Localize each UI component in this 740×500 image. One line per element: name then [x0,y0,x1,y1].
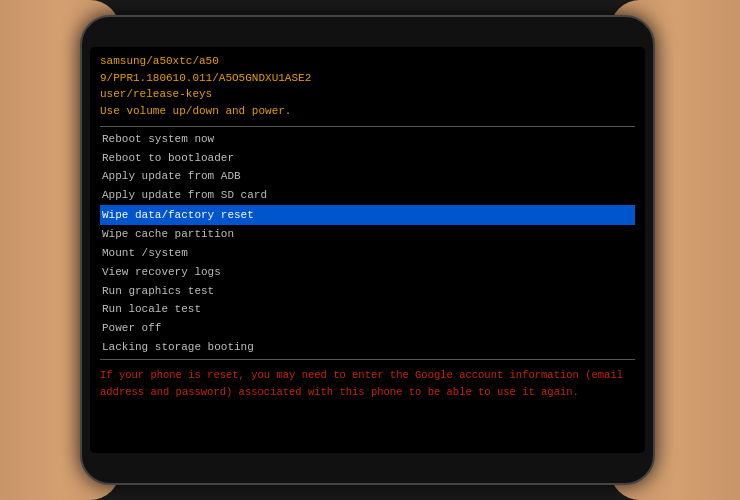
menu-item-power-off[interactable]: Power off [100,319,635,338]
header-line-2: 9/PPR1.180610.011/A5O5GNDXU1ASE2 [100,70,635,87]
menu-item-apply-sdcard[interactable]: Apply update from SD card [100,186,635,205]
warning-message: If your phone is reset, you may need to … [100,367,635,401]
menu-item-apply-adb[interactable]: Apply update from ADB [100,167,635,186]
scene: samsung/a50xtc/a50 9/PPR1.180610.011/A5O… [0,0,740,500]
menu-list: Reboot system now Reboot to bootloader A… [100,130,635,356]
menu-item-run-graphics[interactable]: Run graphics test [100,282,635,301]
menu-item-wipe-factory[interactable]: Wipe data/factory reset [100,205,635,226]
menu-item-reboot-bootloader[interactable]: Reboot to bootloader [100,149,635,168]
recovery-screen: samsung/a50xtc/a50 9/PPR1.180610.011/A5O… [90,47,645,453]
menu-item-run-locale[interactable]: Run locale test [100,300,635,319]
menu-item-lacking-storage[interactable]: Lacking storage booting [100,338,635,357]
header-line-4: Use volume up/down and power. [100,103,635,120]
header-line-1: samsung/a50xtc/a50 [100,53,635,70]
divider-bottom [100,359,635,360]
header-line-3: user/release-keys [100,86,635,103]
divider-top [100,126,635,127]
menu-item-reboot-system[interactable]: Reboot system now [100,130,635,149]
header-section: samsung/a50xtc/a50 9/PPR1.180610.011/A5O… [100,53,635,119]
menu-item-wipe-cache[interactable]: Wipe cache partition [100,225,635,244]
menu-item-mount-system[interactable]: Mount /system [100,244,635,263]
phone-body: samsung/a50xtc/a50 9/PPR1.180610.011/A5O… [80,15,655,485]
phone-screen-area: samsung/a50xtc/a50 9/PPR1.180610.011/A5O… [90,47,645,453]
menu-item-view-recovery[interactable]: View recovery logs [100,263,635,282]
